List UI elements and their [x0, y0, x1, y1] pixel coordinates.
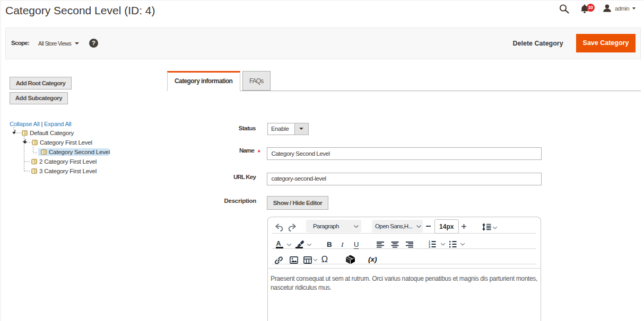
svg-text:3: 3 [429, 245, 430, 248]
